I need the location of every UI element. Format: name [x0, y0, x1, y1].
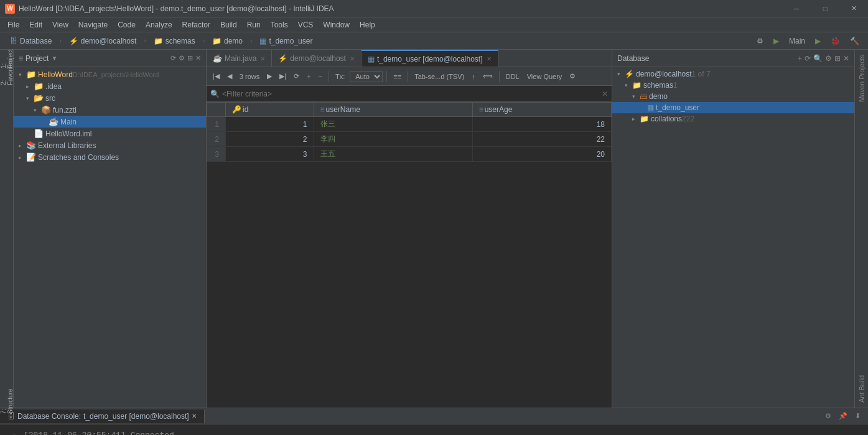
project-close-icon[interactable]: ✕ [195, 54, 201, 62]
tb-ddl[interactable]: DDL [503, 72, 522, 82]
tb-settings-icon[interactable]: ⚙ [567, 71, 578, 82]
tab-close-demo[interactable]: ✕ [350, 55, 355, 62]
cell-id-2[interactable]: 2 [226, 132, 314, 147]
tree-item-extlib[interactable]: ▸ 📚 External Libraries [14, 139, 206, 151]
tb-prev-row[interactable]: ◀ [225, 71, 235, 82]
cell-age-2[interactable]: 22 [472, 132, 611, 147]
nav-schemas[interactable]: 📁 schemas [149, 35, 200, 47]
tb-delete-row[interactable]: − [316, 72, 325, 82]
console-pin-icon[interactable]: 📌 [836, 412, 850, 420]
col-userage[interactable]: ≡userAge [472, 103, 611, 117]
ant-build-strip[interactable]: Ant Build [857, 370, 867, 408]
tree-item-helloword[interactable]: ▾ 📁 HelloWord D:\IDEA_projects\HelloWord [14, 68, 206, 80]
maven-projects-strip[interactable]: Maven Projects [857, 50, 867, 107]
rp-filter-icon[interactable]: 🔍 [813, 54, 823, 63]
minimize-button[interactable]: ─ [782, 0, 811, 17]
tb-import-icon[interactable]: ⟺ [480, 71, 495, 82]
menu-edit[interactable]: Edit [24, 19, 47, 30]
tb-last-row[interactable]: ▶| [277, 71, 289, 82]
java-file-icon: ☕ [49, 117, 58, 126]
cell-name-3[interactable]: 王五 [314, 147, 472, 162]
nav-config-label[interactable]: Main [785, 35, 809, 47]
rt-demo[interactable]: ▾ 🗃 demo [612, 91, 854, 102]
menu-analyze[interactable]: Analyze [141, 19, 177, 30]
console-stop-icon[interactable]: ■ [9, 431, 19, 435]
tab-close-table[interactable]: ✕ [487, 55, 492, 62]
rp-add-icon[interactable]: + [798, 54, 802, 63]
nav-database[interactable]: 🗄 Database [5, 35, 57, 47]
tree-item-iml[interactable]: 📄 HelloWord.iml [14, 128, 206, 139]
menu-run[interactable]: Run [242, 19, 266, 30]
tb-next-row[interactable]: ▶ [264, 71, 274, 82]
tb-export-icon[interactable]: ↑ [469, 72, 478, 82]
nav-run-icon[interactable]: ▶ [770, 35, 783, 47]
console-tab-close[interactable]: ✕ [192, 413, 197, 419]
nav-table[interactable]: ▦ t_demo_user [254, 35, 317, 47]
tb-first-row[interactable]: |◀ [210, 71, 222, 82]
console-tab-active[interactable]: 🗄 Database Console: t_demo_user [demo@lo… [0, 409, 205, 423]
nav-bug-icon[interactable]: 🐞 [827, 35, 844, 47]
console-settings-icon[interactable]: ⚙ [823, 412, 834, 420]
tab-demo-connection[interactable]: ⚡ demo@localhost ✕ [272, 50, 362, 67]
project-expand-icon[interactable]: ⊞ [187, 54, 193, 62]
cell-id-1[interactable]: 1 [226, 117, 314, 132]
nav-connection[interactable]: ⚡ demo@localhost [64, 35, 142, 47]
menu-window[interactable]: Window [318, 19, 355, 30]
tree-item-idea[interactable]: ▸ 📁 .idea [14, 80, 206, 92]
cell-id-3[interactable]: 3 [226, 147, 314, 162]
rp-sync-icon[interactable]: ⟳ [805, 54, 811, 63]
nav-build-icon[interactable]: 🔨 [846, 35, 863, 47]
menu-build[interactable]: Build [215, 19, 242, 30]
tree-item-main[interactable]: ☕ Main [14, 116, 206, 128]
maximize-button[interactable]: □ [811, 0, 839, 17]
project-sync-icon[interactable]: ⟳ [170, 54, 176, 62]
menu-navigate[interactable]: Navigate [73, 19, 113, 30]
tree-item-package[interactable]: ▾ 📦 fun.zzti [14, 104, 206, 116]
tx-select[interactable]: Auto [350, 71, 383, 82]
tb-sep-3 [408, 71, 408, 82]
tb-view-query[interactable]: View Query [525, 72, 565, 82]
rt-connection[interactable]: ▾ ⚡ demo@localhost 1 of 7 [612, 68, 854, 80]
rt-schemas[interactable]: ▾ 📁 schemas 1 [612, 80, 854, 91]
menu-code[interactable]: Code [113, 19, 141, 30]
cell-age-1[interactable]: 18 [472, 117, 611, 132]
menu-vcs[interactable]: VCS [293, 19, 319, 30]
structure-strip-icon[interactable]: 7: Structure [1, 395, 13, 408]
favorites-strip-icon[interactable]: 2: Favorites [1, 66, 13, 78]
tree-item-scratches[interactable]: ▸ 📝 Scratches and Consoles [14, 151, 206, 163]
tb-format-icon[interactable]: ≡≡ [391, 72, 404, 82]
menu-file[interactable]: File [2, 19, 24, 30]
nav-settings-icon[interactable]: ⚙ [753, 35, 767, 47]
tab-close-main[interactable]: ✕ [260, 55, 265, 62]
cell-name-2[interactable]: 李四 [314, 132, 472, 147]
tb-add-row[interactable]: + [304, 72, 313, 82]
filter-close-icon[interactable]: ✕ [602, 90, 608, 98]
java-tab-icon: ☕ [213, 54, 222, 63]
rownum-3: 3 [207, 147, 226, 162]
rp-close-icon[interactable]: ✕ [843, 54, 849, 63]
menu-tools[interactable]: Tools [266, 19, 293, 30]
col-username[interactable]: ≡userName [314, 103, 472, 117]
tb-tab-sep[interactable]: Tab-se...d (TSV) [412, 72, 467, 82]
cell-name-1[interactable]: 张三 [314, 117, 472, 132]
filter-input[interactable] [222, 90, 599, 98]
cell-age-3[interactable]: 20 [472, 147, 611, 162]
menu-refactor[interactable]: Refactor [177, 19, 215, 30]
tab-table[interactable]: ▦ t_demo_user [demo@localhost] ✕ [362, 50, 498, 67]
rp-expand-icon[interactable]: ⊞ [834, 54, 841, 63]
rt-collations[interactable]: ▸ 📁 collations 222 [612, 113, 854, 124]
tab-main-java[interactable]: ☕ Main.java ✕ [207, 50, 272, 67]
rt-table[interactable]: ▦ t_demo_user [612, 102, 854, 113]
project-dropdown-icon[interactable]: ▼ [51, 55, 57, 62]
col-id[interactable]: 🔑id [226, 103, 314, 117]
project-settings-icon[interactable]: ⚙ [179, 54, 185, 62]
menu-help[interactable]: Help [355, 19, 380, 30]
nav-demo[interactable]: 📁 demo [207, 35, 248, 47]
tree-item-src[interactable]: ▾ 📂 src [14, 92, 206, 104]
menu-view[interactable]: View [47, 19, 73, 30]
rp-settings-icon[interactable]: ⚙ [825, 54, 832, 63]
console-download-icon[interactable]: ⬇ [852, 412, 863, 420]
tb-refresh[interactable]: ⟳ [291, 71, 302, 82]
nav-run-green-icon[interactable]: ▶ [811, 35, 824, 47]
close-button[interactable]: ✕ [839, 0, 868, 17]
